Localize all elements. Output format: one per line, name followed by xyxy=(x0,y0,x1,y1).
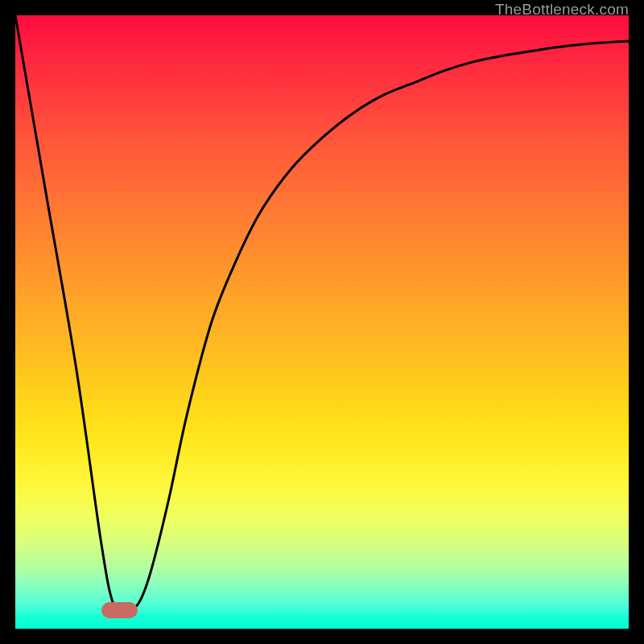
curve-svg xyxy=(15,15,629,629)
chart-frame: TheBottleneck.com xyxy=(15,15,629,629)
bottleneck-curve xyxy=(15,15,629,612)
minimum-marker xyxy=(101,602,138,618)
